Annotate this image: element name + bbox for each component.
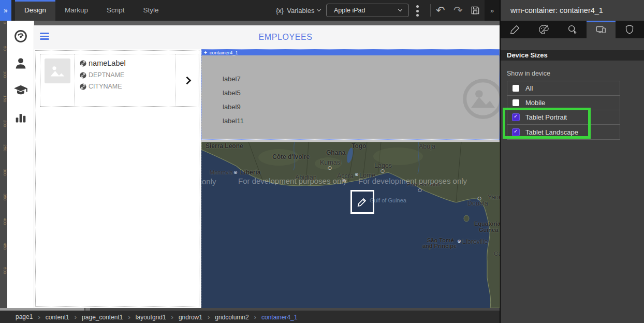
preview-device-select[interactable]: Apple iPad: [326, 4, 409, 17]
canvas-content: nameLabel DEPTNAME: [34, 49, 500, 308]
collapse-right-panel-button[interactable]: »: [485, 0, 500, 21]
container-label-widget[interactable]: label7: [223, 75, 500, 89]
ruler-mark: 400: [0, 218, 7, 242]
device-size-label: Tablet Portrait: [525, 113, 567, 121]
tab-device-sizes-icon[interactable]: [587, 21, 615, 38]
map-label: Libreville: [462, 238, 488, 245]
bar-chart-icon[interactable]: [13, 110, 28, 124]
expand-left-panel-button[interactable]: »: [0, 0, 11, 21]
checkbox[interactable]: [513, 114, 519, 121]
ruler-mark: 100: [0, 71, 7, 95]
editor-mode-tab[interactable]: Markup: [55, 0, 97, 21]
variables-menu-button[interactable]: {x} Variables: [276, 0, 320, 21]
container4-1-widget[interactable]: label7label5label9label11: [201, 55, 500, 139]
name-label: nameLabel: [89, 59, 126, 67]
breadcrumb-item[interactable]: gridrow1: [166, 313, 202, 321]
map-label: Sierra Leone: [206, 142, 243, 150]
city-label-widget[interactable]: CITYNAME: [80, 83, 170, 90]
container-label-widget[interactable]: label9: [223, 103, 500, 117]
editor-mode-tab[interactable]: Style: [134, 0, 168, 21]
map-label: and Príncipe: [422, 243, 457, 249]
employee-list-widget[interactable]: nameLabel DEPTNAME: [35, 50, 199, 307]
breadcrumb-item[interactable]: layoutgrid1: [123, 313, 166, 321]
widget-breadcrumb: page1content1page_content1layoutgrid1gri…: [0, 311, 500, 323]
grid-column-2: + container4_1 label7label5label9label11: [201, 49, 500, 308]
map-label: Equatoria: [474, 221, 500, 227]
map-label: ○: [328, 165, 332, 170]
device-size-row[interactable]: Tablet Portrait: [507, 110, 620, 125]
map-label: Monrovia: [210, 169, 233, 175]
name-label-widget[interactable]: nameLabel: [80, 59, 170, 67]
app-header: EMPLOYEES: [34, 25, 500, 49]
device-size-row[interactable]: All: [507, 81, 620, 96]
ruler-mark: 450: [0, 243, 7, 267]
device-size-list: All Mobile Tablet Portrait Tablet Landsc…: [507, 81, 620, 140]
map-geography: [201, 142, 500, 308]
preview-device-value: Apple iPad: [334, 7, 365, 14]
variables-label: Variables: [287, 7, 314, 14]
ruler-mark: 50: [0, 46, 7, 70]
map-label: ○: [380, 168, 385, 173]
device-size-row[interactable]: Tablet Landscape: [507, 125, 620, 139]
page-title[interactable]: EMPLOYEES: [53, 33, 518, 42]
chevron-down-icon: [317, 7, 321, 11]
save-button[interactable]: [470, 0, 480, 21]
tab-markup-pencil-icon[interactable]: [501, 21, 529, 38]
redo-button[interactable]: ↷: [453, 0, 463, 21]
city-label: CITYNAME: [89, 83, 122, 90]
breadcrumb-item[interactable]: container4_1: [249, 313, 298, 321]
container-label-widget[interactable]: label5: [223, 89, 500, 103]
list-item-text-cell: nameLabel DEPTNAME: [75, 54, 176, 106]
device-size-label: Mobile: [525, 99, 545, 107]
more-options-kebab-icon[interactable]: [416, 5, 419, 17]
device-sizes-section-title: Device Sizes: [501, 50, 644, 61]
variables-x-icon: {x}: [276, 7, 284, 14]
breadcrumb-item[interactable]: gridcolumn2: [202, 313, 249, 321]
checkbox[interactable]: [513, 129, 519, 136]
checkbox[interactable]: [513, 99, 519, 106]
list-item-template[interactable]: nameLabel DEPTNAME: [40, 54, 198, 107]
breadcrumb-item[interactable]: content1: [33, 313, 69, 321]
map-label: Ghana: [326, 149, 345, 156]
google-map-widget[interactable]: Sierra LeoneCôte d'IvoireGhanaTogoLiberi…: [201, 142, 500, 308]
editor-mode-tab[interactable]: Script: [97, 0, 134, 21]
user-person-icon[interactable]: [13, 56, 28, 70]
undo-button[interactable]: ↶: [436, 0, 445, 21]
panel-tab-strip: [501, 21, 644, 38]
breadcrumb-item[interactable]: page1: [16, 313, 33, 320]
ruler-mark: 500: [0, 267, 7, 291]
map-label: Guinea: [479, 227, 498, 233]
map-label: ⊛: [457, 239, 461, 244]
list-item-chevron-cell[interactable]: [176, 54, 198, 106]
pencil-icon: [357, 196, 368, 208]
tab-inspect-magnifier-icon[interactable]: [558, 21, 587, 38]
editor-mode-tab[interactable]: Design: [15, 0, 55, 21]
breadcrumb-item[interactable]: page_content1: [69, 313, 123, 321]
map-label: only: [202, 177, 216, 186]
checkbox[interactable]: [513, 85, 519, 92]
editor-mode-tabs: DesignMarkupScriptStyle: [15, 0, 168, 21]
dept-label-widget[interactable]: DEPTNAME: [80, 71, 170, 79]
map-label: Douala: [467, 200, 488, 207]
save-floppy-icon: [470, 5, 480, 16]
tab-security-shield-icon[interactable]: [616, 21, 644, 38]
map-label: For development purposes only: [238, 177, 347, 185]
container-label-widget[interactable]: label11: [223, 117, 500, 131]
education-cap-icon[interactable]: [13, 83, 28, 97]
move-handle-icon[interactable]: +: [204, 49, 207, 55]
hamburger-menu-icon[interactable]: [40, 33, 49, 40]
dashboard-gauge-icon[interactable]: [13, 29, 28, 43]
panel-title: wm-container: container4_1: [501, 0, 644, 21]
selected-widget-tag[interactable]: + container4_1: [201, 49, 500, 55]
device-size-row[interactable]: Mobile: [507, 96, 620, 110]
map-label: ○: [418, 187, 422, 193]
tab-styles-palette-icon[interactable]: [529, 21, 558, 38]
horizontal-ruler: [34, 21, 500, 25]
wavemaker-studio: » DesignMarkupScriptStyle {x} Variables …: [0, 0, 644, 323]
bind-link-icon: [80, 60, 86, 67]
map-label: Ga: [494, 251, 500, 257]
map-label: ○: [477, 196, 481, 201]
map-edit-button[interactable]: [350, 190, 374, 214]
list-item-picture-cell[interactable]: [40, 54, 75, 106]
map-label: ⊛: [233, 170, 238, 175]
